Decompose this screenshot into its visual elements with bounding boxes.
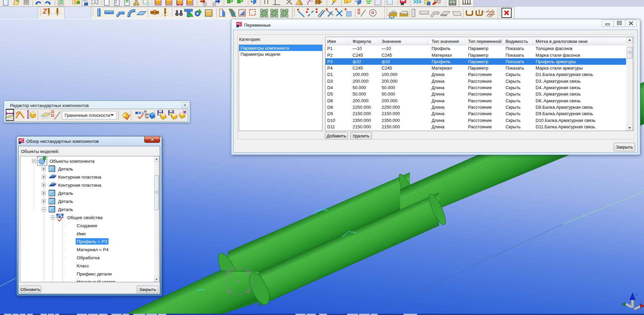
svg-text:Параметр: Параметр [468,59,488,64]
svg-text:2350.000: 2350.000 [382,118,400,123]
svg-text:Марка стали фасонок: Марка стали фасонок [536,53,580,58]
svg-text:Обработка: Обработка [77,255,100,260]
svg-text:Расстояние: Расстояние [468,91,492,97]
svg-text:Имя: Имя [327,39,336,44]
svg-text:Показать: Показать [506,59,524,64]
svg-text:Объекты компонента: Объекты компонента [50,159,95,164]
svg-text:Материал = P4: Материал = P4 [77,247,109,252]
svg-text:Показать: Показать [506,53,524,58]
svg-text:D6..Арматурная связь: D6..Арматурная связь [536,98,581,103]
svg-text:D10.Балка.Арматурная связь: D10.Балка.Арматурная связь [536,118,595,123]
svg-text:Скрыть: Скрыть [506,91,521,97]
svg-text:Длина: Длина [432,72,445,77]
svg-text:Скрыть: Скрыть [506,111,521,116]
svg-text:Марка стали арматуры: Марка стали арматуры [536,65,583,71]
svg-text:Тип переменной: Тип переменной [468,39,501,44]
svg-text:D4..Арматурная связь: D4..Арматурная связь [536,85,581,90]
svg-text:2250.000: 2250.000 [382,105,400,110]
svg-text:Длина: Длина [432,85,445,90]
svg-text:Граничные плоскости: Граничные плоскости [65,113,110,118]
svg-text:D10: D10 [327,118,335,123]
svg-text:Профиль = P3: Профиль = P3 [77,239,107,244]
svg-text:D5..Арматурная связь: D5..Арматурная связь [536,91,581,97]
svg-text:Скрыть: Скрыть [506,124,521,129]
svg-text:Скрыть: Скрыть [506,79,521,84]
svg-text:Расстояние: Расстояние [468,79,492,84]
svg-text:Общие свойства: Общие свойства [67,215,103,220]
svg-text:Деталь: Деталь [58,207,73,212]
svg-text:100.000: 100.000 [382,72,397,77]
svg-text:Скрыть: Скрыть [506,72,521,77]
svg-text:Толщина фасонок: Толщина фасонок [536,46,573,51]
svg-text:50.000: 50.000 [382,85,395,90]
svg-text:Имя: Имя [77,231,85,236]
svg-text:Расстояние: Расстояние [468,105,492,110]
svg-text:Расстояние: Расстояние [468,85,492,90]
svg-text:P3: P3 [327,59,333,64]
svg-text:200.000: 200.000 [382,79,397,84]
svg-text:Начальный номер: Начальный номер [77,279,115,282]
svg-text:D3..Арматурная связь: D3..Арматурная связь [536,79,581,84]
svg-text:Тип значения: Тип значения [432,39,459,44]
svg-text:P2: P2 [327,53,333,58]
svg-text:С245: С245 [353,53,363,58]
svg-text:Показать: Показать [506,46,524,51]
svg-text:Расстояние: Расстояние [468,124,492,129]
svg-text:D5: D5 [327,91,333,97]
svg-text:Создание: Создание [77,223,97,228]
svg-text:Длина: Длина [432,105,445,110]
svg-text:Длина: Длина [432,98,445,103]
svg-text:Расстояние: Расстояние [468,98,492,103]
svg-text:D9: D9 [327,111,333,116]
svg-text:Расстояние: Расстояние [468,72,492,77]
svg-text:2250.000: 2250.000 [353,105,371,110]
svg-text:200.000: 200.000 [353,98,368,103]
svg-text:50.000: 50.000 [353,85,366,90]
svg-text:z: z [636,292,638,296]
svg-text:Показать: Показать [506,65,524,71]
svg-text:Контурная пластина: Контурная пластина [58,175,101,180]
svg-text:Префикс детали: Префикс детали [77,271,112,277]
svg-text:—10: —10 [353,46,362,51]
svg-text:D1: D1 [327,72,333,77]
svg-text:ф32: ф32 [353,59,361,64]
svg-text:Скрыть: Скрыть [506,118,521,123]
svg-text:Видимость: Видимость [506,39,528,44]
svg-text:D6: D6 [327,98,333,103]
svg-text:2150.000: 2150.000 [382,111,400,116]
svg-text:Профиль: Профиль [432,46,450,51]
svg-text:Материал: Материал [432,65,452,71]
svg-text:Параметр: Параметр [468,53,488,58]
svg-text:50.000: 50.000 [353,91,366,97]
svg-text:Расстояние: Расстояние [468,118,492,123]
svg-text:D1.Балка.Арматурная связь: D1.Балка.Арматурная связь [536,72,593,77]
svg-text:x: x [641,300,642,304]
svg-text:Скрыть: Скрыть [506,85,521,90]
svg-text:2150.000: 2150.000 [382,124,400,129]
svg-text:D9.Балка.Арматурная связь: D9.Балка.Арматурная связь [536,111,593,116]
svg-text:ф32: ф32 [382,59,390,64]
svg-text:50.000: 50.000 [382,91,395,97]
svg-text:Длина: Длина [432,118,445,123]
svg-text:Деталь: Деталь [58,166,73,172]
svg-text:Материал: Материал [432,53,452,58]
svg-text:С245: С245 [353,65,363,71]
svg-text:Параметр: Параметр [468,46,488,51]
svg-text:200.000: 200.000 [353,79,368,84]
svg-text:200.000: 200.000 [382,98,397,103]
svg-text:2150.000: 2150.000 [353,124,371,129]
svg-text:D8: D8 [327,105,333,110]
svg-text:D3: D3 [327,79,333,84]
svg-text:Деталь: Деталь [58,199,73,204]
svg-text:Параметр: Параметр [468,65,488,71]
svg-text:Длина: Длина [432,111,445,116]
svg-text:100.000: 100.000 [353,72,368,77]
svg-text:Скрыть: Скрыть [506,105,521,110]
svg-text:Деталь: Деталь [58,191,73,196]
svg-text:Длина: Длина [432,124,445,129]
svg-text:Значение: Значение [382,39,401,44]
svg-text:D11: D11 [327,124,335,129]
svg-text:Длина: Длина [432,91,445,97]
svg-text:Профиль арматуры: Профиль арматуры [536,59,576,64]
svg-text:С245: С245 [382,53,392,58]
